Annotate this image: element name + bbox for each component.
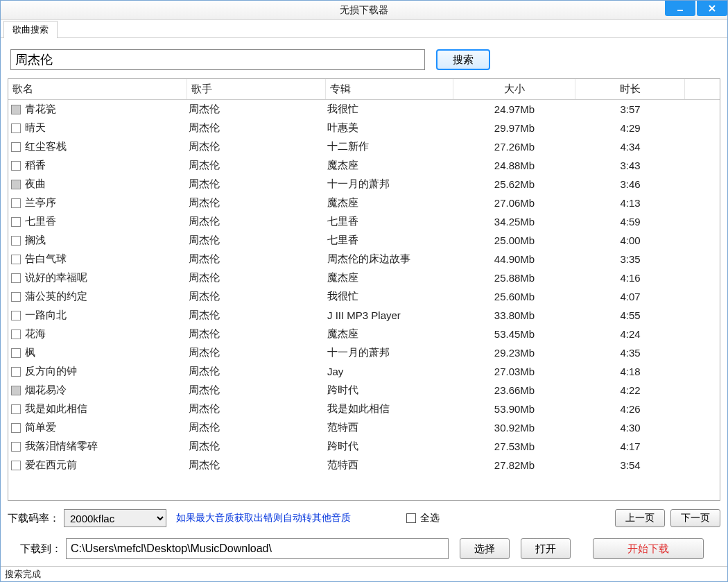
cell-artist: 周杰伦 <box>187 365 326 378</box>
row-checkbox[interactable] <box>11 236 21 246</box>
cell-size: 25.88Mb <box>453 272 575 284</box>
row-checkbox[interactable] <box>11 461 21 470</box>
app-window: 无损下载器 歌曲搜索 搜索 歌名 歌手 专辑 大小 时长 青花瓷周杰伦我很忙24… <box>0 0 728 582</box>
row-checkbox[interactable] <box>11 386 21 395</box>
row-checkbox[interactable] <box>11 404 21 414</box>
cell-size: 44.90Mb <box>453 253 575 265</box>
row-checkbox[interactable] <box>11 273 21 283</box>
row-checkbox[interactable] <box>11 142 21 152</box>
row-checkbox[interactable] <box>11 198 21 208</box>
table-row[interactable]: 青花瓷周杰伦我很忙24.97Mb3:57 <box>8 100 720 119</box>
cell-album: J III MP3 Player <box>326 309 453 321</box>
header-song[interactable]: 歌名 <box>8 79 187 99</box>
row-checkbox[interactable] <box>11 442 21 452</box>
choose-folder-button[interactable]: 选择 <box>460 538 510 559</box>
cell-duration: 4:30 <box>575 422 685 434</box>
next-page-button[interactable]: 下一页 <box>670 509 720 527</box>
cell-album: 叶惠美 <box>326 121 453 135</box>
table-row[interactable]: 爱在西元前周杰伦范特西27.82Mb3:54 <box>8 456 720 474</box>
row-checkbox[interactable] <box>11 367 21 377</box>
start-download-button[interactable]: 开始下载 <box>593 538 704 559</box>
table-row[interactable]: 告白气球周杰伦周杰伦的床边故事44.90Mb3:35 <box>8 250 720 268</box>
table-row[interactable]: 一路向北周杰伦J III MP3 Player33.80Mb4:55 <box>8 306 720 325</box>
window-buttons <box>664 1 727 16</box>
row-checkbox[interactable] <box>11 105 21 114</box>
cell-album: 我很忙 <box>326 290 453 303</box>
row-checkbox[interactable] <box>11 348 21 358</box>
table-row[interactable]: 我落泪情绪零碎周杰伦跨时代27.53Mb4:17 <box>8 437 720 456</box>
minimize-button[interactable] <box>665 1 695 16</box>
search-button[interactable]: 搜索 <box>436 49 490 70</box>
table-row[interactable]: 花海周杰伦魔杰座53.45Mb4:24 <box>8 325 720 343</box>
row-checkbox[interactable] <box>11 180 21 189</box>
cell-duration: 4:16 <box>575 272 685 284</box>
cell-duration: 4:18 <box>575 366 685 377</box>
cell-song: 搁浅 <box>25 234 46 247</box>
row-checkbox[interactable] <box>11 217 21 227</box>
cell-artist: 周杰伦 <box>187 309 326 322</box>
table-row[interactable]: 搁浅周杰伦七里香25.00Mb4:00 <box>8 231 720 250</box>
row-checkbox[interactable] <box>11 423 21 433</box>
table-row[interactable]: 反方向的钟周杰伦Jay27.03Mb4:18 <box>8 362 720 381</box>
table-row[interactable]: 枫周杰伦十一月的萧邦29.23Mb4:35 <box>8 343 720 362</box>
cell-artist: 周杰伦 <box>187 196 326 209</box>
search-row: 搜索 <box>1 38 727 78</box>
cell-artist: 周杰伦 <box>187 271 326 284</box>
table-row[interactable]: 兰亭序周杰伦魔杰座27.06Mb4:13 <box>8 194 720 212</box>
cell-size: 25.00Mb <box>453 234 575 246</box>
header-size[interactable]: 大小 <box>453 79 575 99</box>
cell-album: 魔杰座 <box>326 327 453 341</box>
open-folder-button[interactable]: 打开 <box>521 538 571 559</box>
status-text: 搜索完成 <box>5 569 41 579</box>
cell-song: 反方向的钟 <box>25 365 77 378</box>
cell-duration: 4:13 <box>575 197 685 209</box>
table-row[interactable]: 红尘客栈周杰伦十二新作27.26Mb4:34 <box>8 137 720 156</box>
cell-song: 夜曲 <box>25 178 46 191</box>
cell-song: 蒲公英的约定 <box>25 290 87 303</box>
cell-duration: 4:00 <box>575 234 685 246</box>
table-row[interactable]: 说好的幸福呢周杰伦魔杰座25.88Mb4:16 <box>8 268 720 287</box>
table-row[interactable]: 蒲公英的约定周杰伦我很忙25.60Mb4:07 <box>8 287 720 306</box>
table-row[interactable]: 烟花易冷周杰伦跨时代23.66Mb4:22 <box>8 381 720 400</box>
search-input[interactable] <box>10 49 425 70</box>
cell-song: 说好的幸福呢 <box>25 271 87 284</box>
cell-duration: 4:35 <box>575 347 685 359</box>
row-checkbox[interactable] <box>11 255 21 264</box>
select-all-checkbox[interactable] <box>406 513 416 523</box>
cell-artist: 周杰伦 <box>187 140 326 153</box>
table-row[interactable]: 夜曲周杰伦十一月的萧邦25.62Mb3:46 <box>8 175 720 194</box>
table-row[interactable]: 我是如此相信周杰伦我是如此相信53.90Mb4:26 <box>8 400 720 418</box>
cell-album: 七里香 <box>326 234 453 247</box>
cell-song: 七里香 <box>25 215 56 228</box>
row-checkbox[interactable] <box>11 292 21 302</box>
cell-size: 53.45Mb <box>453 328 575 340</box>
cell-album: 我很忙 <box>326 103 453 116</box>
table-row[interactable]: 简单爱周杰伦范特西30.92Mb4:30 <box>8 418 720 437</box>
row-checkbox[interactable] <box>11 123 21 133</box>
bitrate-select[interactable]: 2000kflac <box>64 509 166 527</box>
close-button[interactable] <box>697 1 727 16</box>
table-row[interactable]: 稻香周杰伦魔杰座24.88Mb3:43 <box>8 156 720 175</box>
cell-song: 稻香 <box>25 159 46 172</box>
header-artist[interactable]: 歌手 <box>187 79 326 99</box>
cell-duration: 4:29 <box>575 122 685 134</box>
cell-duration: 3:46 <box>575 178 685 190</box>
row-checkbox[interactable] <box>11 329 21 339</box>
row-checkbox[interactable] <box>11 161 21 171</box>
row-checkbox[interactable] <box>11 311 21 320</box>
footer-download-row: 下载到： 选择 打开 开始下载 <box>1 531 727 566</box>
header-album[interactable]: 专辑 <box>326 79 453 99</box>
table-row[interactable]: 晴天周杰伦叶惠美29.97Mb4:29 <box>8 119 720 137</box>
tab-song-search[interactable]: 歌曲搜索 <box>3 21 58 38</box>
cell-size: 23.66Mb <box>453 384 575 396</box>
cell-song: 枫 <box>25 346 35 359</box>
bitrate-label: 下载码率： <box>8 512 60 525</box>
prev-page-button[interactable]: 上一页 <box>615 509 665 527</box>
table-row[interactable]: 七里香周杰伦七里香34.25Mb4:59 <box>8 212 720 231</box>
cell-artist: 周杰伦 <box>187 402 326 416</box>
cell-artist: 周杰伦 <box>187 346 326 359</box>
header-duration[interactable]: 时长 <box>575 79 685 99</box>
results-table: 歌名 歌手 专辑 大小 时长 青花瓷周杰伦我很忙24.97Mb3:57晴天周杰伦… <box>8 78 720 501</box>
table-body[interactable]: 青花瓷周杰伦我很忙24.97Mb3:57晴天周杰伦叶惠美29.97Mb4:29红… <box>8 100 720 500</box>
download-path-input[interactable] <box>66 538 449 559</box>
